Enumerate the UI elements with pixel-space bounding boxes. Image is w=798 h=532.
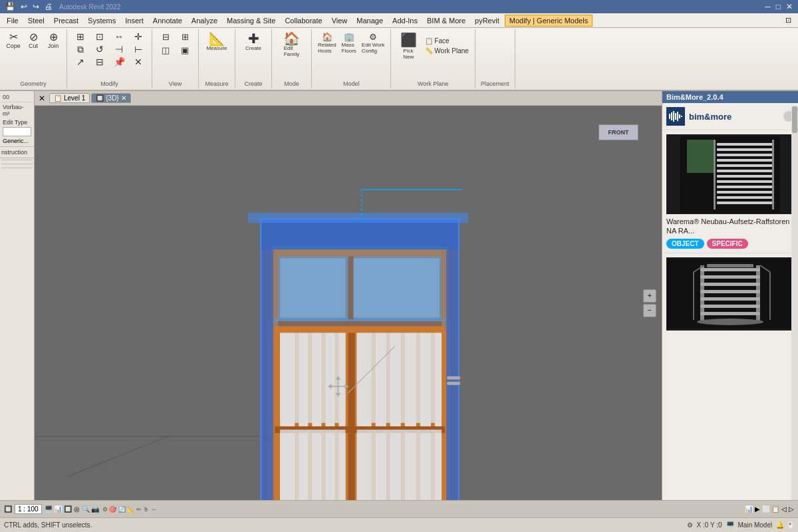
qa-maximize[interactable]: □ bbox=[775, 2, 782, 11]
ribbon-btn-offset[interactable]: ⊡ bbox=[90, 31, 109, 43]
bim-tag-object[interactable]: OBJECT bbox=[666, 239, 704, 249]
geometry-label: Geometry bbox=[20, 79, 47, 87]
bim-product-img-2[interactable] bbox=[666, 257, 794, 331]
measure-icon: 📐 bbox=[209, 32, 225, 45]
svg-rect-49 bbox=[669, 114, 670, 119]
ribbon-btn-delete[interactable]: ✕ bbox=[129, 56, 148, 68]
tab-close-3d[interactable]: ✕ bbox=[121, 94, 126, 102]
align-icon: ⊞ bbox=[76, 32, 84, 41]
svg-rect-71 bbox=[772, 140, 774, 209]
svg-rect-76 bbox=[700, 275, 760, 279]
menu-collaborate[interactable]: Collaborate bbox=[281, 15, 326, 26]
ribbon-btn-edit-family[interactable]: 🏠 EditFamily bbox=[279, 31, 305, 59]
menu-annotate[interactable]: Annotate bbox=[149, 15, 186, 26]
menu-bar: File Steel Precast Systems Insert Annota… bbox=[0, 13, 798, 28]
menu-steel[interactable]: Steel bbox=[24, 15, 49, 26]
ribbon-btn-mass-floors[interactable]: 🏢 MassFloors bbox=[340, 31, 358, 55]
bim-product-img-1[interactable] bbox=[666, 134, 794, 214]
menu-bim[interactable]: BIM & More bbox=[423, 15, 469, 26]
ribbon-btn-face[interactable]: 📋 Face bbox=[423, 37, 471, 45]
ribbon-btn-trim[interactable]: ⊣ bbox=[110, 43, 128, 55]
ribbon-btn-related-hosts[interactable]: 🏠 RelatedHosts bbox=[316, 31, 338, 55]
ribbon-btn-cut[interactable]: ⊘ Cut bbox=[24, 31, 43, 51]
qa-print[interactable]: 🖨 bbox=[43, 2, 54, 11]
ribbon-btn-copy[interactable]: ⧉ bbox=[71, 43, 90, 55]
viewport-close[interactable]: ✕ bbox=[36, 94, 48, 103]
viewport-3d[interactable]: FRONT + − bbox=[35, 106, 662, 500]
ribbon-btn-align[interactable]: ⊞ bbox=[71, 31, 90, 43]
ribbon-group-mode: 🏠 EditFamily Mode bbox=[272, 29, 312, 88]
ribbon-btn-pin[interactable]: 📌 bbox=[110, 56, 128, 68]
svg-rect-51 bbox=[673, 111, 674, 122]
view-cube[interactable]: FRONT bbox=[595, 111, 642, 151]
level1-icon: 📋 bbox=[54, 94, 62, 102]
ribbon-btn-create[interactable]: ✚ Create bbox=[240, 31, 267, 53]
settings-icon[interactable]: ⚙ bbox=[687, 521, 693, 529]
cope-label: Cope bbox=[6, 43, 21, 49]
menu-systems[interactable]: Systems bbox=[84, 15, 120, 26]
ribbon-btn-join[interactable]: ⊕ Join bbox=[44, 31, 63, 51]
menu-manage[interactable]: Manage bbox=[352, 15, 387, 26]
qa-save[interactable]: 💾 bbox=[4, 2, 17, 11]
ribbon-btn-edit-work[interactable]: ⚙ Edit WorkConfig bbox=[360, 31, 387, 55]
ribbon-btn-view2[interactable]: ⊞ bbox=[176, 31, 194, 43]
create-icon: ✚ bbox=[248, 32, 259, 45]
menu-file[interactable]: File bbox=[3, 15, 23, 26]
ribbon-group-placement: Placement bbox=[475, 29, 515, 88]
menu-view[interactable]: View bbox=[328, 15, 352, 26]
qa-close[interactable]: ✕ bbox=[785, 2, 794, 11]
menu-massing[interactable]: Massing & Site bbox=[223, 15, 279, 26]
ribbon-btn-array[interactable]: ⊟ bbox=[90, 56, 109, 68]
view-indicator: 🔲 bbox=[4, 505, 12, 513]
ribbon-btn-view1[interactable]: ⊟ bbox=[156, 31, 175, 43]
qa-redo[interactable]: ↪ bbox=[31, 2, 41, 11]
ribbon: ✂ Cope ⊘ Cut ⊕ Join Geometry ⊞ ⊡ ↔ ✛ bbox=[0, 28, 798, 91]
menu-help[interactable]: ⊡ bbox=[781, 15, 795, 26]
toolbar-icons-2: ⚙ 🎯 🔄 📐 ✏ 🖱 ↔ bbox=[102, 506, 157, 513]
ribbon-btn-scale[interactable]: ↗ bbox=[71, 56, 90, 68]
svg-rect-5 bbox=[248, 213, 468, 223]
ribbon-btn-move[interactable]: ✛ bbox=[129, 31, 148, 43]
viewport-tab-3d[interactable]: 🔲 {3D} ✕ bbox=[91, 93, 130, 103]
quick-access-toolbar: 💾 ↩ ↪ 🖨 Autodesk Revit 2022 ─ □ ✕ bbox=[0, 0, 798, 13]
ribbon-btn-pick-new[interactable]: ⬛ PickNew bbox=[395, 31, 422, 61]
nav-zoom-in[interactable]: + bbox=[643, 289, 656, 303]
right-scrollbar[interactable] bbox=[791, 106, 798, 500]
svg-rect-57 bbox=[687, 140, 714, 173]
scale-display[interactable]: 1 : 100 bbox=[15, 504, 42, 514]
ribbon-btn-view3[interactable]: ◫ bbox=[156, 44, 175, 57]
face-label: Face bbox=[434, 37, 449, 45]
edit-work-icon: ⚙ bbox=[369, 32, 377, 42]
svg-rect-63 bbox=[717, 170, 773, 172]
ribbon-btn-measure[interactable]: 📐 Measure bbox=[203, 31, 230, 53]
menu-modify[interactable]: Modify | Generic Models bbox=[505, 15, 593, 27]
scroll-thumb[interactable] bbox=[792, 106, 797, 133]
qa-undo[interactable]: ↩ bbox=[19, 2, 29, 11]
nav-zoom-out[interactable]: − bbox=[643, 304, 656, 317]
bim-tag-specific[interactable]: SPECIFIC bbox=[707, 239, 748, 249]
svg-rect-77 bbox=[700, 283, 760, 286]
menu-precast[interactable]: Precast bbox=[50, 15, 82, 26]
ribbon-btn-rotate[interactable]: ↺ bbox=[90, 43, 109, 55]
vorbau-label: Vorbau-m² bbox=[1, 102, 33, 118]
menu-pyrevit[interactable]: pyRevit bbox=[471, 15, 503, 26]
ribbon-btn-mirror-pick[interactable]: ↔ bbox=[110, 31, 128, 43]
qa-minimize[interactable]: ─ bbox=[763, 2, 772, 11]
delete-icon: ✕ bbox=[134, 57, 142, 66]
right-panel-title: Bim&More_2.0.4 bbox=[662, 91, 798, 103]
edit-type-box[interactable] bbox=[3, 127, 31, 136]
menu-addins[interactable]: Add-Ins bbox=[388, 15, 422, 26]
ribbon-btn-cope[interactable]: ✂ Cope bbox=[4, 31, 23, 51]
svg-rect-30 bbox=[280, 430, 345, 500]
viewport-tab-level1[interactable]: 📋 Level 1 bbox=[49, 93, 90, 103]
ribbon-btn-view4[interactable]: ▣ bbox=[176, 44, 194, 57]
svg-rect-69 bbox=[717, 201, 773, 204]
trim-icon: ⊣ bbox=[115, 45, 123, 54]
menu-insert[interactable]: Insert bbox=[121, 15, 148, 26]
menu-analyze[interactable]: Analyze bbox=[188, 15, 221, 26]
view-cube-front[interactable]: FRONT bbox=[598, 124, 638, 140]
ribbon-btn-split[interactable]: ⊢ bbox=[129, 43, 148, 55]
edit-work-label: Edit WorkConfig bbox=[362, 42, 385, 54]
ribbon-btn-workplane[interactable]: 📏 Work Plane bbox=[423, 47, 471, 55]
svg-rect-44 bbox=[447, 376, 460, 380]
